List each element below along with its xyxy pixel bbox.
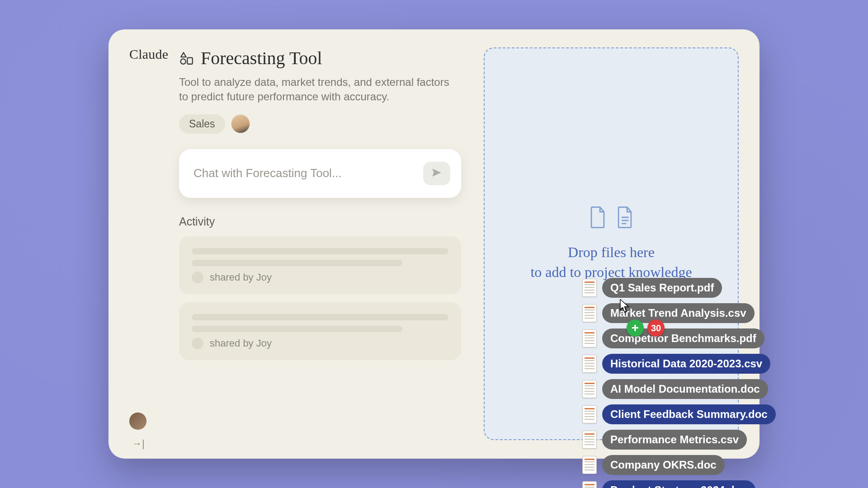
file-thumb-icon bbox=[582, 456, 597, 474]
dragged-file: Product Strategy 2024.doc bbox=[582, 480, 776, 488]
main-column: Forecasting Tool Tool to analyze data, m… bbox=[179, 47, 479, 450]
drag-add-badge: + bbox=[627, 319, 644, 337]
brand-logo: Claude bbox=[129, 47, 168, 62]
avatar-placeholder bbox=[192, 272, 203, 283]
skeleton-line bbox=[192, 326, 402, 332]
avatar-placeholder bbox=[192, 338, 203, 349]
collapse-sidebar-icon[interactable]: →| bbox=[129, 438, 145, 450]
drag-count-badge: 30 bbox=[647, 319, 665, 337]
send-icon bbox=[431, 167, 443, 180]
activity-heading: Activity bbox=[179, 215, 461, 228]
file-icon bbox=[588, 206, 607, 231]
dropzone-icons bbox=[588, 206, 634, 231]
left-rail: Claude →| bbox=[129, 47, 179, 450]
knowledge-dropzone[interactable]: Drop files here to add to project knowle… bbox=[484, 47, 739, 440]
page-title: Forecasting Tool bbox=[201, 47, 322, 69]
skeleton-line bbox=[192, 314, 448, 320]
dropzone-text: Drop files here to add to project knowle… bbox=[530, 243, 692, 282]
activity-item[interactable]: shared by Joy bbox=[179, 236, 461, 294]
file-name-pill: Company OKRS.doc bbox=[602, 455, 725, 475]
chat-input[interactable] bbox=[193, 166, 415, 181]
svg-rect-0 bbox=[187, 57, 192, 64]
skeleton-line bbox=[192, 248, 448, 254]
user-avatar[interactable] bbox=[129, 413, 146, 430]
shared-by-label: shared by Joy bbox=[210, 272, 272, 283]
owner-avatar[interactable] bbox=[231, 115, 250, 133]
app-window: Claude →| Forecasting Tool Tool to analy… bbox=[108, 29, 760, 459]
activity-item[interactable]: shared by Joy bbox=[179, 302, 461, 360]
send-button[interactable] bbox=[423, 162, 450, 185]
file-thumb-icon bbox=[582, 481, 597, 488]
category-tag[interactable]: Sales bbox=[179, 114, 225, 134]
project-icon bbox=[179, 51, 194, 66]
file-name-pill: Product Strategy 2024.doc bbox=[602, 480, 755, 488]
file-lines-icon bbox=[615, 206, 634, 231]
dragged-file: Company OKRS.doc bbox=[582, 455, 776, 475]
chat-card bbox=[179, 149, 461, 198]
shared-by-label: shared by Joy bbox=[210, 338, 272, 349]
svg-point-1 bbox=[181, 59, 186, 64]
skeleton-line bbox=[192, 260, 402, 266]
page-description: Tool to analyze data, market trends, and… bbox=[179, 75, 461, 104]
